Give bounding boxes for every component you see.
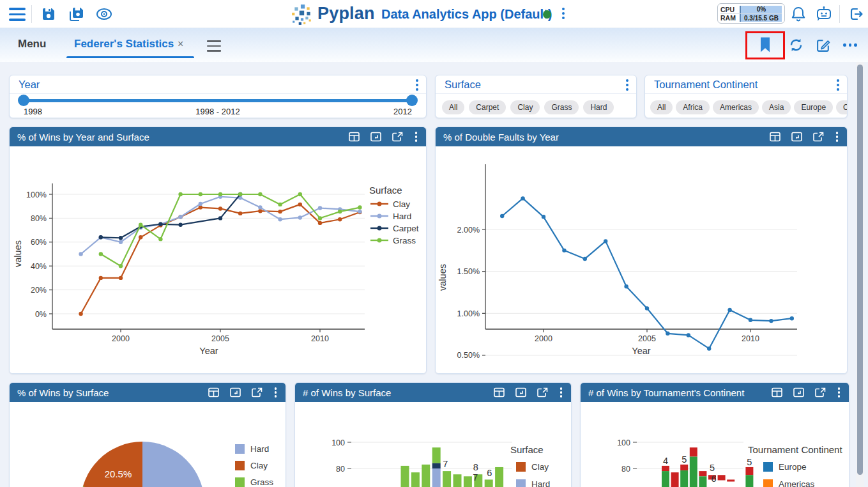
- expand-external-icon[interactable]: [392, 132, 403, 142]
- svg-text:100: 100: [617, 438, 630, 447]
- svg-text:80: 80: [621, 465, 630, 474]
- table-view-icon[interactable]: [208, 387, 219, 398]
- svg-text:5: 5: [710, 463, 715, 473]
- legend-item-grass[interactable]: Grass: [235, 474, 273, 487]
- filter-kebab-icon[interactable]: [416, 79, 418, 91]
- year-range-slider[interactable]: 1998 1998 - 2012 2012: [10, 94, 426, 118]
- expand-external-icon[interactable]: [252, 387, 263, 398]
- scrollbar-track[interactable]: [856, 62, 864, 487]
- table-view-icon[interactable]: [494, 387, 505, 398]
- filter-card-surface: Surface AllCarpetClayGrassHard: [435, 75, 637, 118]
- expand-external-icon[interactable]: [813, 132, 824, 142]
- tab-close-icon[interactable]: ×: [178, 38, 183, 50]
- more-options-icon[interactable]: [843, 43, 857, 47]
- brand-name: Pyplan: [317, 4, 375, 24]
- chip-continent-europe[interactable]: Europe: [794, 100, 833, 114]
- chip-surface-hard[interactable]: Hard: [583, 100, 614, 114]
- switch-view-icon[interactable]: [230, 387, 241, 398]
- chart-title: % of Wins by Year and Surface: [17, 132, 349, 143]
- switch-view-icon[interactable]: [370, 132, 381, 142]
- tab-federers-statistics[interactable]: Federer's Statistics: [74, 38, 174, 50]
- switch-view-icon[interactable]: [791, 132, 802, 142]
- chip-surface-clay[interactable]: Clay: [510, 100, 540, 114]
- preview-eye-icon[interactable]: [95, 6, 113, 22]
- chip-continent-oceania[interactable]: Oceania: [836, 100, 848, 114]
- chart-title: % of Double Faults by Year: [443, 132, 770, 143]
- hamburger-menu-icon[interactable]: [9, 8, 26, 21]
- app-title: Data Analytics App (Default): [381, 7, 552, 22]
- chart-area: 0%20%40%60%80%100%200020052010Yearvalues…: [10, 146, 426, 374]
- table-view-icon[interactable]: [772, 387, 782, 398]
- notifications-bell-icon[interactable]: [791, 6, 806, 22]
- svg-text:Surface: Surface: [510, 444, 544, 455]
- svg-text:Europe: Europe: [779, 462, 807, 472]
- chart-card-wins-by-year-surface: % of Wins by Year and Surface 0%20%40%60…: [9, 127, 427, 374]
- system-monitor-widget: CPU 0% RAM 0.3/15.5 GB: [717, 3, 785, 24]
- svg-text:2.00%: 2.00%: [457, 226, 480, 235]
- svg-text:1.00%: 1.00%: [457, 309, 480, 318]
- pie-chart: [80, 442, 204, 487]
- table-view-icon[interactable]: [349, 132, 360, 142]
- chart-kebab-icon[interactable]: [414, 132, 419, 142]
- chip-continent-americas[interactable]: Americas: [713, 100, 759, 114]
- slider-track[interactable]: [19, 99, 416, 102]
- expand-external-icon[interactable]: [537, 387, 548, 398]
- chip-surface-grass[interactable]: Grass: [544, 100, 579, 114]
- save-all-icon[interactable]: [68, 5, 85, 22]
- svg-text:Surface: Surface: [369, 185, 402, 196]
- slider-range-label: 1998 - 2012: [195, 107, 240, 116]
- chip-surface-carpet[interactable]: Carpet: [469, 100, 506, 114]
- chip-surface-all[interactable]: All: [442, 100, 464, 114]
- expand-external-icon[interactable]: [815, 387, 826, 398]
- chart-kebab-icon[interactable]: [837, 387, 842, 398]
- app-menu-kebab-icon[interactable]: [562, 8, 565, 19]
- svg-text:20%: 20%: [31, 286, 47, 295]
- chart-kebab-icon[interactable]: [835, 132, 840, 142]
- edit-icon[interactable]: [816, 37, 832, 53]
- slider-handle-min[interactable]: [18, 95, 29, 106]
- filter-kebab-icon[interactable]: [626, 79, 628, 91]
- legend-label: Grass: [250, 477, 273, 487]
- save-icon[interactable]: [41, 6, 56, 22]
- tab-bar: Menu Federer's Statistics ×: [0, 28, 868, 62]
- refresh-icon[interactable]: [788, 37, 804, 53]
- filter-title: Surface: [445, 79, 481, 91]
- table-view-icon[interactable]: [770, 132, 780, 142]
- slider-min-label: 1998: [24, 107, 42, 116]
- chart-title: # of Wins by Tournament's Continent: [588, 387, 772, 398]
- chip-continent-africa[interactable]: Africa: [676, 100, 710, 114]
- slider-max-label: 2012: [393, 107, 412, 116]
- svg-text:100%: 100%: [26, 190, 47, 199]
- legend-swatch: [235, 444, 245, 454]
- status-dot: [543, 10, 551, 19]
- filter-kebab-icon[interactable]: [837, 79, 839, 91]
- pie-slice-label: 20.5%: [99, 468, 137, 479]
- chart-title: # of Wins by Surface: [303, 387, 494, 398]
- menu-button[interactable]: Menu: [18, 38, 46, 50]
- svg-text:2000: 2000: [535, 334, 552, 343]
- scrollbar-thumb[interactable]: [857, 65, 863, 475]
- chart-area: 20.5% HardClayGrass: [10, 402, 286, 487]
- svg-text:60%: 60%: [31, 238, 47, 247]
- svg-text:5: 5: [747, 457, 752, 467]
- switch-view-icon[interactable]: [515, 387, 526, 398]
- chart-kebab-icon[interactable]: [273, 387, 278, 398]
- chart-kebab-icon[interactable]: [559, 387, 564, 398]
- chip-continent-all[interactable]: All: [650, 100, 673, 114]
- filter-card-continent: Tournament Continent AllAfricaAmericasAs…: [644, 75, 848, 118]
- dashboard-content: Year 1998 1998 - 2012 2012 Surface AllCa…: [0, 62, 868, 487]
- svg-text:values: values: [438, 264, 448, 291]
- svg-text:80: 80: [336, 465, 345, 474]
- legend-item-clay[interactable]: Clay: [235, 457, 273, 474]
- assistant-bot-icon[interactable]: [815, 5, 833, 23]
- legend-label: Hard: [250, 444, 269, 454]
- switch-view-icon[interactable]: [793, 387, 804, 398]
- slider-handle-max[interactable]: [406, 95, 418, 106]
- tab-list-icon[interactable]: [207, 40, 221, 52]
- logout-icon[interactable]: [848, 6, 865, 22]
- chip-continent-asia[interactable]: Asia: [762, 100, 791, 114]
- pie-legend: HardClayGrass: [235, 440, 273, 487]
- svg-text:80%: 80%: [31, 214, 47, 223]
- legend-item-hard[interactable]: Hard: [235, 440, 273, 457]
- svg-text:6: 6: [712, 474, 717, 484]
